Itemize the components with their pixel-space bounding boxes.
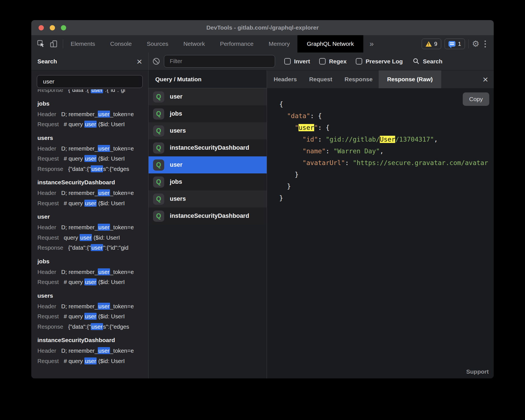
devtools-window: DevTools - gitlab.com/-/graphql-explorer… xyxy=(31,20,494,378)
preserve-log-checkbox[interactable] xyxy=(356,58,362,65)
query-list-item[interactable]: Q users xyxy=(149,190,267,207)
query-list-title: Query / Mutation xyxy=(149,70,267,88)
tab-headers[interactable]: Headers xyxy=(267,70,303,88)
tab-performance[interactable]: Performance xyxy=(213,35,261,52)
message-bubble-icon xyxy=(448,41,455,47)
regex-label: Regex xyxy=(329,58,347,65)
close-detail-panel-icon[interactable]: × xyxy=(483,70,494,88)
zoom-window-button[interactable] xyxy=(61,25,66,30)
main-content: Response{"data":{"user":{"id":"gi jobs H… xyxy=(31,70,494,378)
preserve-log-checkbox-group[interactable]: Preserve Log xyxy=(356,58,403,65)
json-response: { "data": { "user": { "id": "gid://gitla… xyxy=(267,88,494,204)
regex-checkbox-group[interactable]: Regex xyxy=(319,58,347,65)
query-type-icon: Q xyxy=(153,176,164,188)
search-result-group[interactable]: jobs HeaderD; remember_user_token=e Requ… xyxy=(37,98,148,130)
window-title: DevTools - gitlab.com/-/graphql-explorer xyxy=(31,24,494,31)
tab-network[interactable]: Network xyxy=(176,35,213,52)
query-type-icon: Q xyxy=(153,125,164,137)
more-tabs-chevron-icon[interactable]: » xyxy=(363,35,380,52)
detail-panel: Headers Request Response Response (Raw) … xyxy=(267,70,494,378)
search-icon xyxy=(413,58,420,65)
search-result-group[interactable]: Response{"data":{"user":{"id":"gi xyxy=(37,89,148,95)
issues-badge[interactable]: 1 xyxy=(445,39,465,49)
query-type-icon: Q xyxy=(153,194,164,205)
search-panel-header: Search × xyxy=(31,52,149,70)
inspect-element-icon[interactable] xyxy=(37,40,45,48)
search-control[interactable]: Search xyxy=(413,58,442,65)
search-results-list[interactable]: Response{"data":{"user":{"id":"gi jobs H… xyxy=(31,89,148,378)
tab-graphql-network[interactable]: GraphQL Network xyxy=(297,35,363,52)
invert-checkbox-group[interactable]: Invert xyxy=(284,58,310,65)
query-list-item[interactable]: Q user xyxy=(149,88,267,105)
tab-sources[interactable]: Sources xyxy=(139,35,176,52)
panel-header-row: Search × Invert Regex Preserve Log xyxy=(31,52,494,70)
device-toolbar-icon[interactable] xyxy=(50,40,58,48)
warnings-badge[interactable]: 9 xyxy=(422,39,441,49)
search-result-group[interactable]: instanceSecurityDashboard HeaderD; remem… xyxy=(37,177,148,208)
query-list-item[interactable]: Q jobs xyxy=(149,105,267,122)
tab-console[interactable]: Console xyxy=(103,35,139,52)
query-list-panel: Query / Mutation Q user Q jobs Q users Q… xyxy=(149,70,267,378)
query-list-item[interactable]: Q instanceSecurityDashboard xyxy=(149,139,267,156)
search-input[interactable] xyxy=(37,75,143,88)
more-options-icon[interactable] xyxy=(483,40,488,48)
support-link[interactable]: Support xyxy=(466,368,489,375)
search-result-group[interactable]: users HeaderD; remember_user_token=e Req… xyxy=(37,290,148,332)
search-result-group[interactable]: user HeaderD; remember_user_token=e Requ… xyxy=(37,211,148,253)
block-filter-icon[interactable] xyxy=(152,58,160,65)
close-search-panel-icon[interactable]: × xyxy=(137,57,142,66)
query-type-icon: Q xyxy=(153,91,164,102)
tab-response-raw[interactable]: Response (Raw) xyxy=(379,70,441,88)
query-list-item[interactable]: Q jobs xyxy=(149,173,267,190)
query-type-icon: Q xyxy=(153,142,164,154)
query-type-icon: Q xyxy=(153,159,164,171)
filter-bar: Invert Regex Preserve Log Search xyxy=(149,52,494,70)
tab-request[interactable]: Request xyxy=(303,70,338,88)
filter-input[interactable] xyxy=(164,55,275,68)
preserve-log-label: Preserve Log xyxy=(366,58,403,65)
query-list-item-selected[interactable]: Q user xyxy=(149,156,267,173)
search-panel: Response{"data":{"user":{"id":"gi jobs H… xyxy=(31,70,149,378)
warning-icon xyxy=(426,41,432,47)
tab-response[interactable]: Response xyxy=(338,70,379,88)
tab-elements[interactable]: Elements xyxy=(63,35,103,52)
query-type-icon: Q xyxy=(153,108,164,120)
invert-label: Invert xyxy=(294,58,310,65)
minimize-window-button[interactable] xyxy=(50,25,55,30)
search-result-group[interactable]: users HeaderD; remember_user_token=e Req… xyxy=(37,132,148,174)
query-list-item[interactable]: Q instanceSecurityDashboard xyxy=(149,207,267,225)
response-raw-view: Copy { "data": { "user": { "id": "gid://… xyxy=(267,88,494,378)
search-result-group[interactable]: instanceSecurityDashboard HeaderD; remem… xyxy=(37,335,148,366)
search-result-group[interactable]: jobs HeaderD; remember_user_token=e Requ… xyxy=(37,256,148,287)
search-panel-title: Search xyxy=(37,58,57,65)
toolbar-separator xyxy=(468,39,469,48)
issue-count: 1 xyxy=(458,41,461,47)
devtools-toolbar: Elements Console Sources Network Perform… xyxy=(31,35,494,52)
titlebar: DevTools - gitlab.com/-/graphql-explorer xyxy=(31,20,494,35)
copy-button[interactable]: Copy xyxy=(463,92,489,106)
close-window-button[interactable] xyxy=(39,25,44,30)
traffic-lights xyxy=(39,20,66,35)
detail-tab-bar: Headers Request Response Response (Raw) … xyxy=(267,70,494,88)
regex-checkbox[interactable] xyxy=(319,58,326,65)
settings-gear-icon[interactable]: ⚙ xyxy=(472,40,479,48)
query-type-icon: Q xyxy=(153,211,164,222)
search-label: Search xyxy=(423,58,442,65)
tab-memory[interactable]: Memory xyxy=(261,35,297,52)
query-list-item[interactable]: Q users xyxy=(149,122,267,139)
invert-checkbox[interactable] xyxy=(284,58,291,65)
warning-count: 9 xyxy=(434,41,437,47)
